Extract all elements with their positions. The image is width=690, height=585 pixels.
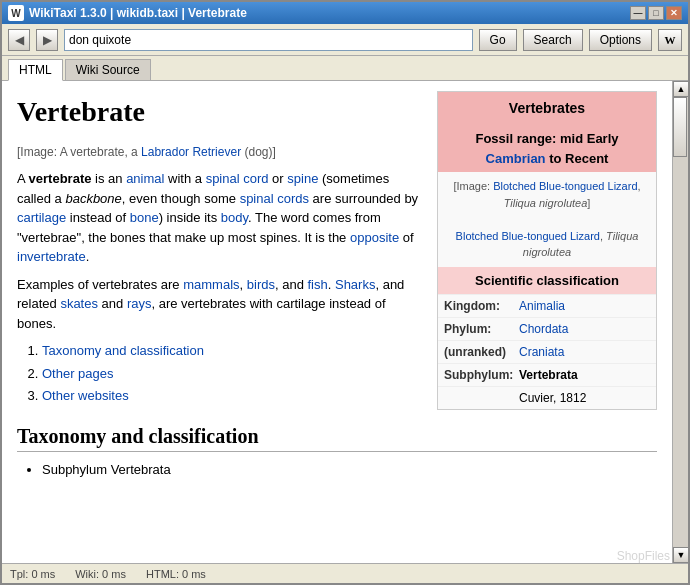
scroll-up-button[interactable]: ▲ [673,81,688,97]
animal-link[interactable]: animal [126,171,164,186]
infobox-title: Vertebrates [438,92,656,125]
infobox-row-subphylum: Subphylum: Vertebrata [438,363,656,386]
spinal-cords-link[interactable]: spinal cords [240,191,309,206]
scroll-thumb[interactable] [673,97,687,157]
status-bar: Tpl: 0 ms Wiki: 0 ms HTML: 0 ms [2,563,688,583]
infobox-fossil-range2: Cambrian to Recent [486,151,609,166]
other-websites-link[interactable]: Other websites [42,388,129,403]
wiki-status: Wiki: 0 ms [75,568,126,580]
wikipedia-button[interactable]: W [658,29,682,51]
chordata-link[interactable]: Chordata [519,322,568,336]
cartilage-link[interactable]: cartilage [17,210,66,225]
title-bar: W WikiTaxi 1.3.0 | wikidb.taxi | Vertebr… [2,2,688,24]
bone-link[interactable]: bone [130,210,159,225]
title-bar-left: W WikiTaxi 1.3.0 | wikidb.taxi | Vertebr… [8,5,247,21]
infobox-row-unranked: (unranked) Craniata [438,340,656,363]
toolbar: ◀ ▶ Go Search Options W [2,24,688,56]
address-input[interactable] [64,29,473,51]
infobox-fossil-range: Fossil range: mid Early Cambrian to Rece… [438,125,656,172]
infobox-sci-header: Scientific classification [438,267,656,295]
birds-link[interactable]: birds [247,277,275,292]
fish-link[interactable]: fish [308,277,328,292]
content-area: Vertebrates Fossil range: mid Early Camb… [2,81,688,563]
minimize-button[interactable]: — [630,6,646,20]
search-button[interactable]: Search [523,29,583,51]
infobox-row-cuvier: Cuvier, 1812 [438,386,656,409]
lizard-image-link[interactable]: Blotched Blue-tongued Lizard [493,180,637,192]
tab-wiki-source[interactable]: Wiki Source [65,59,151,80]
window-title: WikiTaxi 1.3.0 | wikidb.taxi | Vertebrat… [29,6,247,20]
title-buttons: — □ ✕ [630,6,682,20]
maximize-button[interactable]: □ [648,6,664,20]
close-button[interactable]: ✕ [666,6,682,20]
main-content: Vertebrates Fossil range: mid Early Camb… [2,81,672,563]
rays-link[interactable]: rays [127,296,152,311]
go-button[interactable]: Go [479,29,517,51]
infobox-image: [Image: Blotched Blue-tongued Lizard, Ti… [438,172,656,267]
mammals-link[interactable]: mammals [183,277,239,292]
scrollbar: ▲ ▼ [672,81,688,563]
back-button[interactable]: ◀ [8,29,30,51]
other-pages-link[interactable]: Other pages [42,366,114,381]
scroll-track[interactable] [673,97,688,547]
forward-button[interactable]: ▶ [36,29,58,51]
spine-link[interactable]: spine [287,171,318,186]
invertebrate-link[interactable]: invertebrate [17,249,86,264]
html-status: HTML: 0 ms [146,568,206,580]
opposite-link[interactable]: opposite [350,230,399,245]
spinal-cord-link[interactable]: spinal cord [206,171,269,186]
app-icon: W [8,5,24,21]
body-link[interactable]: body [221,210,248,225]
bullet-list: Subphylum Vertebrata [42,460,657,480]
craniata-link[interactable]: Craniata [519,345,564,359]
infobox-row-phylum: Phylum: Chordata [438,317,656,340]
lizard-caption-link[interactable]: Blotched Blue-tongued Lizard [456,230,600,242]
infobox: Vertebrates Fossil range: mid Early Camb… [437,91,657,410]
tpl-status: Tpl: 0 ms [10,568,55,580]
sharks-link[interactable]: Sharks [335,277,375,292]
section-title: Taxonomy and classification [17,421,657,452]
skates-link[interactable]: skates [60,296,98,311]
scroll-down-button[interactable]: ▼ [673,547,688,563]
tab-bar: HTML Wiki Source [2,56,688,81]
labrador-link[interactable]: Labrador Retriever [141,145,241,159]
cambrian-link[interactable]: Cambrian [486,151,546,166]
options-button[interactable]: Options [589,29,652,51]
animalia-link[interactable]: Animalia [519,299,565,313]
main-window: W WikiTaxi 1.3.0 | wikidb.taxi | Vertebr… [0,0,690,585]
taxonomy-link[interactable]: Taxonomy and classification [42,343,204,358]
infobox-row-kingdom: Kingdom: Animalia [438,294,656,317]
tab-html[interactable]: HTML [8,59,63,81]
bullet-item-1: Subphylum Vertebrata [42,460,657,480]
